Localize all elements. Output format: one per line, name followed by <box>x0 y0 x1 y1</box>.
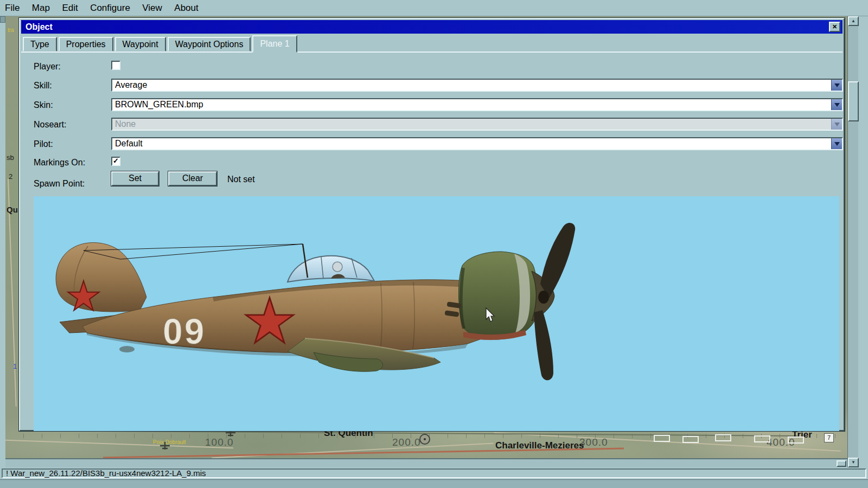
plane-preview-panel: 09 <box>34 196 839 431</box>
dropdown-arrow-icon <box>831 119 842 130</box>
bridge-icon <box>682 436 699 443</box>
scroll-up-button[interactable]: ▲ <box>848 16 859 26</box>
dropdown-arrow-icon[interactable] <box>831 80 842 91</box>
plane-preview-image: 09 <box>34 196 839 431</box>
dropdown-arrow-icon[interactable] <box>831 138 842 149</box>
set-button[interactable]: Set <box>111 171 159 186</box>
ruler-label-200: 200.0 <box>392 436 421 448</box>
bridge-icon <box>715 434 731 441</box>
window-edge-square <box>0 16 5 23</box>
bridge-icon <box>754 435 770 442</box>
ruler-label-100: 100.0 <box>205 436 234 448</box>
menu-edit[interactable]: Edit <box>57 0 82 16</box>
propeller-blade-lower <box>534 310 553 380</box>
map-edge-fragment: 2 <box>9 172 12 181</box>
plane-number: 09 <box>163 311 206 351</box>
tab-strip: Type Properties Waypoint Waypoint Option… <box>21 35 843 53</box>
skill-value: Average <box>112 80 842 91</box>
map-plane-icon <box>159 441 171 450</box>
close-icon: ✕ <box>832 20 837 34</box>
skin-value: BROWN_GREEN.bmp <box>112 99 842 110</box>
town-label-charleville: Charleville-Mezieres <box>495 440 584 451</box>
tab-waypoint[interactable]: Waypoint <box>115 37 166 52</box>
skill-label: Skill: <box>34 81 52 91</box>
horizontal-scroll-band[interactable] <box>5 458 847 467</box>
object-dialog: Object ✕ Type Properties Waypoint Waypoi… <box>19 18 845 431</box>
tab-waypoint-options[interactable]: Waypoint Options <box>168 37 251 52</box>
skill-dropdown[interactable]: Average <box>111 79 843 92</box>
plane-canopy <box>288 256 374 282</box>
tab-properties[interactable]: Properties <box>59 37 113 52</box>
player-label: Player: <box>34 62 61 72</box>
noseart-value: None <box>112 119 842 130</box>
pilot-dropdown[interactable]: Default <box>111 137 843 150</box>
propeller-blade-upper <box>540 223 575 298</box>
bridge-icon <box>654 435 670 442</box>
player-checkbox[interactable] <box>111 61 120 70</box>
pilot-label: Pilot: <box>34 139 53 149</box>
window-footer <box>0 479 868 488</box>
menu-file[interactable]: File <box>0 0 24 16</box>
arrow-down-icon: ▼ <box>851 460 856 465</box>
map-road <box>5 440 233 449</box>
map-edge-fragment: tra <box>8 27 14 33</box>
status-bar: ! War_new_26.11.22/BIS3b_ru-usx4new3212-… <box>0 467 868 479</box>
checkmark-icon: ✓ <box>113 157 119 165</box>
map-marker-ring-icon <box>419 434 430 445</box>
tab-type[interactable]: Type <box>23 37 57 52</box>
arrow-up-icon: ▲ <box>851 18 856 23</box>
bridge-icon <box>788 436 804 444</box>
tab-plane-1[interactable]: Plane 1 <box>252 35 297 53</box>
map-edge-fragment: Qu <box>7 205 18 214</box>
pilot-value: Default <box>112 138 842 149</box>
application-window: File Map Edit Configure View About 100.0… <box>0 0 868 488</box>
status-text: ! War_new_26.11.22/BIS3b_ru-usx4new3212-… <box>2 468 866 478</box>
skin-dropdown[interactable]: BROWN_GREEN.bmp <box>111 98 843 111</box>
plane-tailfin <box>56 242 146 311</box>
menu-bar: File Map Edit Configure View About <box>0 0 868 16</box>
spawn-status-text: Not set <box>227 175 255 184</box>
scroll-down-button[interactable]: ▼ <box>848 458 859 467</box>
map-edge-fragment: 1 <box>13 362 17 370</box>
spawn-point-label: Spawn Point: <box>34 179 85 189</box>
dialog-title: Object <box>25 22 53 31</box>
skin-label: Skin: <box>34 100 53 110</box>
dialog-titlebar[interactable]: Object ✕ <box>21 20 843 34</box>
map-edge-fragment: sb <box>7 153 14 162</box>
menu-map[interactable]: Map <box>27 0 55 16</box>
map-sector-badge: 7 <box>824 433 834 442</box>
resize-grip[interactable] <box>837 460 846 467</box>
pilot-head <box>333 262 342 272</box>
menu-view[interactable]: View <box>137 0 167 16</box>
menu-configure[interactable]: Configure <box>85 0 135 16</box>
noseart-dropdown: None <box>111 118 843 131</box>
close-button[interactable]: ✕ <box>829 22 840 32</box>
menu-about[interactable]: About <box>169 0 203 16</box>
vertical-scrollbar[interactable]: ▲ ▼ <box>847 16 858 467</box>
noseart-label: Noseart: <box>34 120 66 130</box>
markings-checkbox[interactable]: ✓ <box>111 157 120 166</box>
clear-button[interactable]: Clear <box>168 171 217 186</box>
mouse-cursor <box>486 307 496 324</box>
scrollbar-thumb[interactable] <box>848 81 859 121</box>
markings-label: Markings On: <box>34 158 85 168</box>
dropdown-arrow-icon[interactable] <box>831 99 842 110</box>
